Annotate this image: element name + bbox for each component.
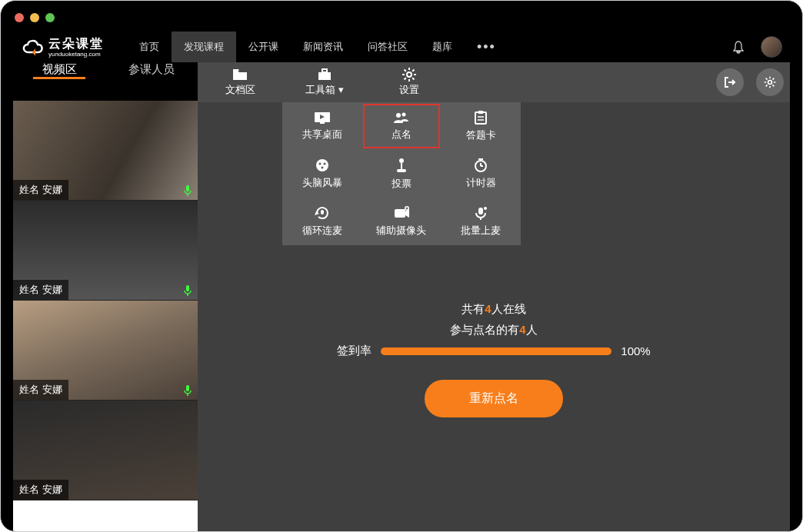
participant-label: 姓名 安娜 <box>13 480 68 500</box>
main-nav: 首页 发现课程 公开课 新闻资讯 问答社区 题库 ••• <box>127 32 508 62</box>
svg-rect-51 <box>478 208 483 214</box>
loop-mic-icon <box>314 205 331 221</box>
topbar: 云朵课堂 yunduoketang.com 首页 发现课程 公开课 新闻资讯 问… <box>13 32 790 62</box>
video-tile[interactable]: 姓名 安娜 <box>13 301 198 401</box>
svg-rect-46 <box>395 209 405 218</box>
svg-line-22 <box>766 85 768 86</box>
bell-icon[interactable] <box>731 40 745 54</box>
percent-value: 100% <box>621 344 650 357</box>
tab-attendees[interactable]: 参课人员 <box>105 62 198 77</box>
svg-line-21 <box>772 85 774 86</box>
svg-point-28 <box>402 113 405 117</box>
mic-icon <box>182 384 193 397</box>
svg-marker-0 <box>32 48 35 55</box>
avatar[interactable] <box>761 36 782 58</box>
dd-batch-mic[interactable]: 批量上麦 <box>441 198 521 245</box>
folder-icon <box>232 68 248 81</box>
dd-vote[interactable]: 投票 <box>362 150 441 198</box>
sidebar: 视频区 参课人员 姓名 安娜 姓名 安娜 <box>13 62 198 532</box>
reroll-button[interactable]: 重新点名 <box>425 380 563 417</box>
main-area: 文档区 工具箱 ▾ 设置 <box>198 62 790 532</box>
participant-label: 姓名 安娜 <box>13 380 68 400</box>
online-count-text: 共有4人在线 <box>461 302 525 317</box>
participant-label: 姓名 安娜 <box>13 180 68 200</box>
toolbar-docs[interactable]: 文档区 <box>198 62 282 102</box>
svg-point-15 <box>768 81 772 85</box>
dd-aux-camera[interactable]: 辅助摄像头 <box>362 198 441 245</box>
dd-timer[interactable]: 计时器 <box>441 150 521 198</box>
toolbar-settings[interactable]: 设置 <box>367 62 451 102</box>
nav-more[interactable]: ••• <box>465 32 508 62</box>
progress-bar <box>381 347 611 355</box>
svg-rect-45 <box>321 210 324 214</box>
svg-rect-39 <box>397 169 406 172</box>
nav-question-bank[interactable]: 题库 <box>420 32 465 62</box>
svg-line-13 <box>405 78 406 79</box>
settings-button[interactable] <box>756 68 784 96</box>
gear-icon <box>401 68 418 81</box>
logo-icon <box>21 38 44 55</box>
svg-point-36 <box>321 167 323 169</box>
svg-rect-4 <box>318 72 331 80</box>
mic-icon <box>182 185 193 197</box>
participant-label: 姓名 安娜 <box>13 280 68 300</box>
svg-point-33 <box>316 159 328 171</box>
logo[interactable]: 云朵课堂 yunduoketang.com <box>21 36 104 58</box>
tab-video[interactable]: 视频区 <box>13 62 105 77</box>
gear-icon <box>763 75 777 89</box>
svg-rect-30 <box>478 111 483 114</box>
toolbar: 文档区 工具箱 ▾ 设置 <box>198 62 790 102</box>
svg-line-20 <box>766 78 768 80</box>
mic-icon <box>182 284 193 297</box>
exit-button[interactable] <box>716 68 744 96</box>
svg-rect-3 <box>186 385 189 391</box>
svg-point-6 <box>407 72 411 77</box>
svg-marker-44 <box>315 211 319 215</box>
roll-call-stats: 共有4人在线 参与点名的有4人 签到率 100% 重新点名 <box>198 302 790 417</box>
svg-rect-2 <box>186 285 189 291</box>
svg-rect-5 <box>322 69 327 72</box>
svg-point-27 <box>396 113 401 118</box>
video-tile[interactable]: 姓名 安娜 <box>13 401 198 500</box>
toolbar-toolbox[interactable]: 工具箱 ▾ <box>282 62 367 102</box>
nav-home[interactable]: 首页 <box>127 32 172 62</box>
share-screen-icon <box>313 111 332 125</box>
nav-open-class[interactable]: 公开课 <box>236 32 291 62</box>
timer-icon <box>473 158 488 173</box>
dd-loop-mic[interactable]: 循环连麦 <box>282 198 362 245</box>
svg-line-14 <box>412 70 414 71</box>
svg-rect-26 <box>320 122 325 124</box>
video-tile[interactable]: 姓名 安娜 <box>13 201 198 301</box>
svg-rect-38 <box>401 163 402 169</box>
dd-answer-card[interactable]: 答题卡 <box>441 102 521 150</box>
nav-qa[interactable]: 问答社区 <box>355 32 420 62</box>
svg-rect-1 <box>186 185 189 191</box>
logo-text: 云朵课堂 yunduoketang.com <box>48 36 104 58</box>
video-tile[interactable] <box>13 500 198 532</box>
vote-icon <box>394 157 409 174</box>
video-tile[interactable]: 姓名 安娜 <box>13 101 198 201</box>
rate-label: 签到率 <box>337 344 372 358</box>
toolbox-dropdown: 共享桌面 点名 答题卡 头脑风暴 <box>282 102 521 245</box>
svg-line-23 <box>772 78 774 80</box>
roll-count-text: 参与点名的有4人 <box>450 323 537 337</box>
svg-line-12 <box>412 78 414 79</box>
dd-brainstorm[interactable]: 头脑风暴 <box>282 150 362 198</box>
batch-mic-icon <box>473 205 488 221</box>
video-list: 姓名 安娜 姓名 安娜 姓名 安娜 姓名 安娜 <box>13 101 198 532</box>
nav-news[interactable]: 新闻资讯 <box>291 32 355 62</box>
svg-line-11 <box>405 70 406 71</box>
chevron-down-icon: ▾ <box>338 84 344 95</box>
maximize-dot[interactable] <box>45 13 55 22</box>
dd-roll-call[interactable]: 点名 <box>362 102 441 150</box>
svg-rect-29 <box>475 112 486 124</box>
answer-card-icon <box>473 110 488 125</box>
dd-share-screen[interactable]: 共享桌面 <box>282 102 362 150</box>
nav-discover[interactable]: 发现课程 <box>172 32 236 62</box>
svg-point-34 <box>318 163 321 165</box>
tab-underline <box>33 77 85 79</box>
close-dot[interactable] <box>15 13 24 22</box>
minimize-dot[interactable] <box>30 13 39 22</box>
toolbox-icon <box>316 68 333 81</box>
svg-point-35 <box>323 163 325 165</box>
